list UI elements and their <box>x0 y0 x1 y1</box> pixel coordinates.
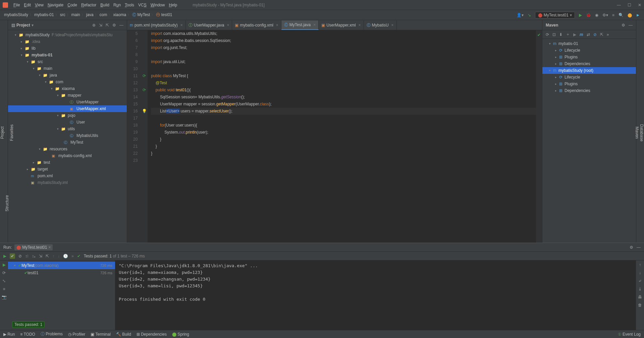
profile-button[interactable]: ⚙▾ <box>602 13 608 17</box>
menu-file[interactable]: File <box>11 3 22 7</box>
stop-icon[interactable]: ■ <box>3 287 5 291</box>
tree-row[interactable]: ▾📁utils <box>8 126 127 132</box>
sidebar-tab-maven[interactable]: Maven <box>635 23 639 243</box>
scroll-down-icon[interactable]: ↓ <box>639 271 641 275</box>
add-config-icon[interactable]: 👤▾ <box>517 13 524 17</box>
tab-close-icon[interactable]: × <box>359 23 361 28</box>
editor-tab[interactable]: ⒸMyTest.java× <box>281 20 319 30</box>
sidebar-tab-project[interactable]: Project <box>0 23 5 243</box>
coverage-button[interactable]: ◉ <box>595 13 598 17</box>
toggle-auto-icon[interactable]: ⤡ <box>2 279 6 283</box>
maven-tree-row[interactable]: ▾mmybatisStudy (root) <box>542 67 636 74</box>
sort-icon[interactable]: ↕⁝ <box>25 254 29 258</box>
tree-row[interactable]: ▾📁main <box>8 65 127 72</box>
menu-tools[interactable]: Tools <box>123 3 136 7</box>
tree-row[interactable]: ▸📁.idea <box>8 38 127 45</box>
menu-run[interactable]: Run <box>111 3 123 7</box>
run-config-selector[interactable]: ⬤ MyTest.test01 ▾ <box>535 12 575 18</box>
maven-tree-row[interactable]: ▸⟳Lifecycle <box>542 47 636 54</box>
debug-button[interactable]: 🐞 <box>586 13 591 17</box>
breadcrumb[interactable]: mybatis-01 <box>34 12 60 17</box>
maven-tree-row[interactable]: ▸⊞Dependencies <box>542 87 636 94</box>
history-icon[interactable]: 🕓 <box>63 254 68 258</box>
status-profiler[interactable]: ◷ Profiler <box>68 332 85 337</box>
tree-row[interactable]: ⒸUser <box>8 119 127 126</box>
expand-all-icon[interactable]: ⇲ <box>99 23 102 28</box>
collapse-all-icon[interactable]: ⇱ <box>106 23 109 28</box>
dump-icon[interactable]: 📷 <box>2 295 7 299</box>
test-tree-row[interactable]: ▾✔ MyTest (com.xiaoma)726 ms <box>8 262 115 269</box>
project-tree[interactable]: ▾📁mybatisStudyF:\ideaProject\mybatis\myb… <box>8 30 127 243</box>
tree-row[interactable]: ▾📁resources <box>8 146 127 152</box>
down-icon[interactable]: ↓ <box>58 254 60 258</box>
run-settings-icon[interactable]: ⚙ <box>630 245 633 250</box>
run-button[interactable]: ▶ <box>579 13 582 17</box>
sidebar-tab-favorites[interactable]: Favorites <box>9 23 14 243</box>
breadcrumb[interactable]: main <box>71 12 86 17</box>
tree-row[interactable]: ▾📁mybatis-01 <box>8 52 127 58</box>
maven-settings-icon[interactable]: ⚙ <box>622 23 625 28</box>
console-output[interactable]: "C:\Program Files\Java\jdk1.8.0_281\bin\… <box>115 260 636 330</box>
maven-tree-row[interactable]: ▸⊞Dependencies <box>542 60 636 67</box>
update-icon[interactable]: ⬤ <box>628 13 632 17</box>
breadcrumb[interactable]: ⓜ test01 <box>156 12 175 18</box>
breadcrumb[interactable]: xiaoma <box>113 12 132 17</box>
maven-add-icon[interactable]: ＋ <box>566 32 570 37</box>
menu-edit[interactable]: Edit <box>22 3 33 7</box>
run-tab-label[interactable]: MyTest.test01 <box>22 245 47 250</box>
menu-view[interactable]: View <box>33 3 46 7</box>
hide-icon[interactable]: — <box>119 23 123 28</box>
breadcrumb[interactable]: mybatisStudy <box>4 12 34 17</box>
run-hide-icon[interactable]: — <box>637 245 641 250</box>
maven-tree-row[interactable]: ▸⊞Plugins <box>542 81 636 87</box>
status-problems[interactable]: ⓘ Problems <box>41 331 63 337</box>
rerun-button[interactable]: ▶ <box>3 262 6 267</box>
tree-row[interactable]: ▾📁pojo <box>8 112 127 119</box>
tree-row[interactable]: ▾📁xiaoma <box>8 85 127 92</box>
tree-row[interactable]: ⒾUserMapper <box>8 99 127 105</box>
test-tree[interactable]: ▾✔ MyTest (com.xiaoma)726 ms✔ test01726 … <box>8 260 115 330</box>
maximize-icon[interactable]: ☐ <box>628 3 631 7</box>
editor-tab[interactable]: ⒸMybatisU× <box>364 20 397 30</box>
maven-m-icon[interactable]: m <box>580 32 583 37</box>
maven-tree-row[interactable]: ▾mmybatis-01 <box>542 40 636 47</box>
menu-build[interactable]: Build <box>98 3 111 7</box>
status-build[interactable]: 🔨 Build <box>116 332 131 337</box>
close-icon[interactable]: ✕ <box>638 3 641 7</box>
maven-collapse-icon[interactable]: ⇱ <box>600 32 603 37</box>
fail-toggle-icon[interactable]: ⊘ <box>18 254 22 258</box>
sidebar-tab-structure[interactable]: Structure <box>5 164 9 243</box>
editor-tab[interactable]: ⒾUserMapper.java× <box>186 20 232 30</box>
sort-alpha-icon[interactable]: ↕ₐ <box>32 254 36 258</box>
pass-toggle-icon[interactable]: ✔ <box>10 253 15 259</box>
rerun-failed-icon[interactable]: ⟳ <box>2 271 6 275</box>
up-icon[interactable]: ↑ <box>52 254 54 258</box>
tree-row[interactable]: ▾📁java <box>8 72 127 79</box>
soft-wrap-icon[interactable]: ⤶ <box>638 279 642 283</box>
back-icon[interactable]: ↘ <box>528 13 531 17</box>
event-log[interactable]: ① Event Log <box>618 332 641 337</box>
scroll-end-icon[interactable]: ⤓ <box>638 287 642 291</box>
tab-close-icon[interactable]: × <box>227 23 229 28</box>
test-tree-row[interactable]: ✔ test01726 ms <box>8 269 115 277</box>
ide-services-icon[interactable]: ► <box>636 13 640 17</box>
menu-navigate[interactable]: Navigate <box>46 3 65 7</box>
menu-vcs[interactable]: VCS <box>136 3 149 7</box>
menu-window[interactable]: Window <box>149 3 167 7</box>
tree-row[interactable]: ▾📁mapper <box>8 92 127 99</box>
tree-row[interactable]: ▣mybatisStudy.iml <box>8 179 127 186</box>
maven-run-icon[interactable]: ▶ <box>573 32 576 37</box>
maven-download-icon[interactable]: ⬇ <box>559 32 562 37</box>
select-opened-icon[interactable]: ⊕ <box>92 23 96 28</box>
status-todo[interactable]: ≡ TODO <box>20 332 35 337</box>
tree-row[interactable]: ▾📁mybatisStudyF:\ideaProject\mybatis\myb… <box>8 32 127 38</box>
editor-tab[interactable]: ▣UserMapper.xml× <box>319 20 364 30</box>
status-terminal[interactable]: ▣ Terminal <box>91 332 110 337</box>
tree-row[interactable]: mpom.xml <box>8 173 127 179</box>
maven-skip-icon[interactable]: ⊘ <box>593 32 597 37</box>
breadcrumb[interactable]: src <box>60 12 71 17</box>
tab-close-icon[interactable]: × <box>276 23 278 28</box>
maven-generate-icon[interactable]: ⊡ <box>552 32 556 37</box>
editor-tab[interactable]: ▣mybatis-config.xml× <box>232 20 281 30</box>
run-tab-close-icon[interactable]: × <box>48 245 51 250</box>
